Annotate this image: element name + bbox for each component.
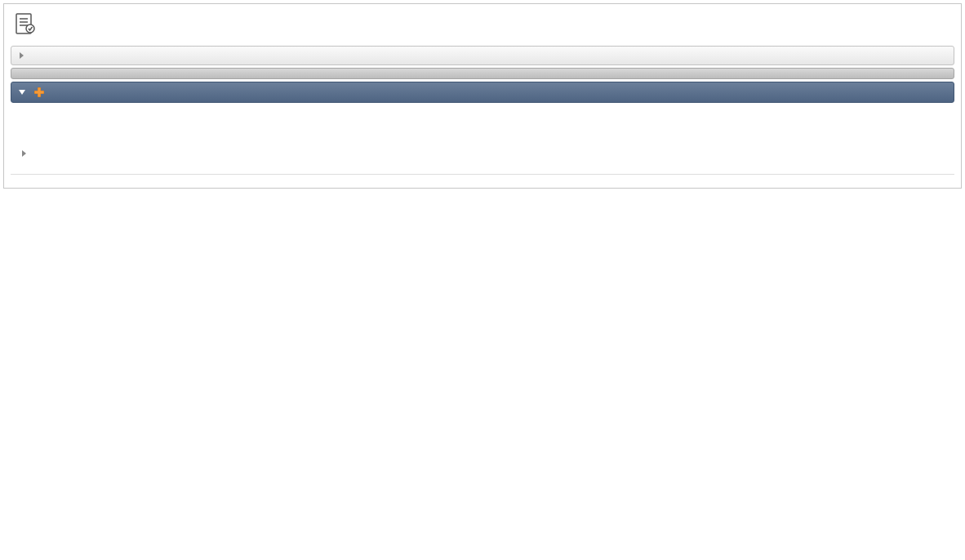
prop-dur-value <box>280 123 290 128</box>
prop-start-label <box>180 117 278 122</box>
prop-start-value <box>280 117 290 122</box>
phase-detail-box <box>11 105 954 175</box>
phase-properties <box>17 112 948 144</box>
prop-dur-label <box>180 123 278 128</box>
page-title-bar <box>11 9 954 46</box>
deploy-params-row[interactable] <box>17 144 948 167</box>
expand-icon[interactable] <box>19 148 30 159</box>
document-check-icon <box>14 12 37 38</box>
phase-row-active[interactable] <box>11 82 954 103</box>
expand-icon[interactable] <box>16 50 28 61</box>
plus-warn-icon <box>33 86 46 99</box>
prop-machine-label <box>19 130 117 135</box>
prop-machine-value <box>118 130 128 135</box>
prop-env-label <box>19 123 117 128</box>
level-params-row[interactable] <box>11 46 954 65</box>
prop-env-value <box>118 123 128 128</box>
prop-oid-label <box>19 117 117 122</box>
prop-oid-value <box>118 117 128 122</box>
column-header-row <box>11 68 954 79</box>
collapse-icon[interactable] <box>16 87 28 98</box>
prop-status-value <box>280 130 290 135</box>
phase-log-panel <box>3 3 962 189</box>
prop-status-label <box>180 130 278 135</box>
